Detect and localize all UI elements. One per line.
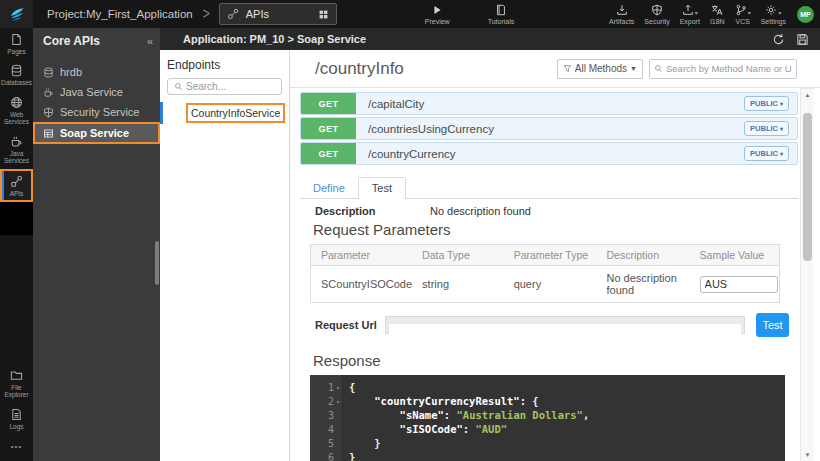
fold-arrow-icon[interactable]: ▾ <box>334 398 342 405</box>
method-verb-badge: GET <box>301 118 356 139</box>
token-punct: : <box>463 423 476 435</box>
visibility-label: PUBLIC <box>750 99 778 108</box>
visibility-dropdown[interactable]: PUBLIC▾ <box>744 146 789 161</box>
app-logo[interactable] <box>0 0 33 28</box>
column-header-description: Description <box>596 245 689 266</box>
preview-button[interactable]: Preview <box>425 4 450 25</box>
visibility-dropdown[interactable]: PUBLIC▾ <box>744 121 789 136</box>
methods-filter-label: All Methods <box>575 63 627 74</box>
sidebar-item-label: Databases <box>1 79 32 86</box>
sample-value-cell <box>690 266 780 303</box>
endpoints-search <box>167 78 282 95</box>
sidebar-item-file-explorer[interactable]: File Explorer <box>0 364 33 403</box>
test-button[interactable]: Test <box>756 313 789 337</box>
rail-bottom-items: File ExplorerLogs ••• <box>0 364 33 461</box>
description-cell: No description found <box>596 266 689 303</box>
methods-filter-dropdown[interactable]: All Methods ▼ <box>557 59 643 79</box>
topbar-tool-i18n[interactable]: I18N <box>710 4 725 25</box>
method-path: /countriesUsingCurrency <box>368 123 744 135</box>
core-api-item-security-service[interactable]: Security Service <box>33 102 160 122</box>
tutorials-button[interactable]: Tutorials <box>488 4 515 25</box>
sidebar-item-pages[interactable]: Pages <box>0 28 33 59</box>
method-row--countrycurrency[interactable]: GET/countryCurrencyPUBLIC▾ <box>300 142 798 165</box>
core-api-item-java-service[interactable]: Java Service <box>33 82 160 102</box>
core-api-item-label: Java Service <box>60 86 123 98</box>
workspace-tab-apis[interactable]: APIs <box>219 3 337 25</box>
token-punct <box>349 395 374 407</box>
core-apis-title: Core APIs <box>43 34 147 48</box>
sidebar-item-java-services[interactable]: Java Services <box>0 130 33 169</box>
breadcrumb: Application: PM_10 > Soap Service <box>183 33 366 45</box>
topbar-tool-label: Artifacts <box>609 18 634 25</box>
user-avatar[interactable]: MP <box>797 6 814 23</box>
database-icon <box>43 67 54 78</box>
topbar-tool-vcs[interactable]: ▾VCS <box>735 4 751 25</box>
request-url-input[interactable] <box>389 324 741 336</box>
refresh-icon[interactable] <box>772 33 785 46</box>
save-icon[interactable] <box>796 33 809 46</box>
method-search-input[interactable] <box>666 63 792 74</box>
request-parameters-heading: Request Parameters <box>313 221 798 238</box>
search-icon <box>654 64 663 73</box>
method-row--countriesusingcurrency[interactable]: GET/countriesUsingCurrencyPUBLIC▾ <box>300 117 798 140</box>
topbar-tool-icon-row: ▾ <box>765 4 781 16</box>
endpoints-search-input[interactable] <box>186 81 278 92</box>
core-api-item-label: Security Service <box>60 106 139 118</box>
tutorials-label: Tutorials <box>488 18 515 25</box>
grid-icon[interactable] <box>318 9 329 20</box>
api-icon <box>227 8 239 20</box>
download-icon <box>616 4 628 16</box>
table-row: SCountryISOCodestringqueryNo description… <box>311 266 780 303</box>
tab-test[interactable]: Test <box>358 177 406 199</box>
core-panel-scrollbar-thumb[interactable] <box>155 241 159 285</box>
api-icon <box>10 175 23 188</box>
topbar-tool-artifacts[interactable]: Artifacts <box>609 4 634 25</box>
application-header-bar: Application: PM_10 > Soap Service <box>160 28 820 50</box>
sidebar-item-databases[interactable]: Databases <box>0 59 33 90</box>
fold-arrow-icon[interactable]: ▾ <box>334 384 342 391</box>
core-apis-list: hrdbJava ServiceSecurity ServiceSoap Ser… <box>33 62 160 144</box>
sidebar-item-web-services[interactable]: Web Services <box>0 91 33 130</box>
active-item-shadow <box>0 202 33 235</box>
response-code-editor[interactable]: 1▾2▾3456 { "countryCurrencyResult": { "s… <box>310 375 785 461</box>
code-line: "sISOCode": "AUD" <box>349 422 785 436</box>
main-scrollbar[interactable]: ▲ ▼ <box>800 88 814 461</box>
topbar-tool-export[interactable]: ▾Export <box>680 4 700 25</box>
preview-label: Preview <box>425 18 450 25</box>
sidebar-item-label: Pages <box>7 48 25 55</box>
method-row--capitalcity[interactable]: GET/capitalCityPUBLIC▾ <box>300 92 798 115</box>
description-label: Description <box>315 205 430 217</box>
column-header-parameter: Parameter <box>311 245 413 266</box>
request-url-label: Request Url <box>315 319 385 331</box>
gutter-line: 1▾ <box>310 380 342 394</box>
scrollbar-thumb[interactable] <box>803 113 812 261</box>
sidebar-item-apis[interactable]: APIs <box>0 169 33 202</box>
more-options-button[interactable]: ••• <box>0 434 33 461</box>
gutter-line: 6 <box>310 450 342 461</box>
endpoint-item-countryinfoservice[interactable]: CountryInfoService <box>160 102 289 124</box>
core-api-item-hrdb[interactable]: hrdb <box>33 62 160 82</box>
sidebar-item-logs[interactable]: Logs <box>0 403 33 434</box>
core-api-item-soap-service[interactable]: Soap Service <box>33 122 160 144</box>
caret-down-icon: ▾ <box>780 125 783 132</box>
line-number: 6 <box>328 452 334 461</box>
tab-define[interactable]: Define <box>300 178 358 198</box>
token-key: "countryCurrencyResult" <box>374 395 519 407</box>
topbar-tool-settings[interactable]: ▾Settings <box>761 4 786 25</box>
sample-value-input[interactable] <box>700 276 778 293</box>
coffee-icon <box>43 87 54 98</box>
pages-icon <box>10 33 23 46</box>
caret-down-icon: ▾ <box>695 10 698 16</box>
topbar-tool-icon-row: ▾ <box>735 4 751 16</box>
visibility-dropdown[interactable]: PUBLIC▾ <box>744 96 789 111</box>
topbar-tool-security[interactable]: Security <box>644 4 669 25</box>
gutter-line: 2▾ <box>310 394 342 408</box>
coffee-icon <box>10 135 23 148</box>
collapse-panel-icon[interactable]: « <box>147 35 153 47</box>
scroll-down-icon[interactable]: ▼ <box>801 449 814 461</box>
service-header: /countryInfo All Methods ▼ <box>290 50 820 88</box>
endpoint-item-label: CountryInfoService <box>186 103 285 123</box>
scroll-up-icon[interactable]: ▲ <box>801 89 814 101</box>
sidebar-item-label: Logs <box>9 423 23 430</box>
play-icon <box>431 4 443 16</box>
